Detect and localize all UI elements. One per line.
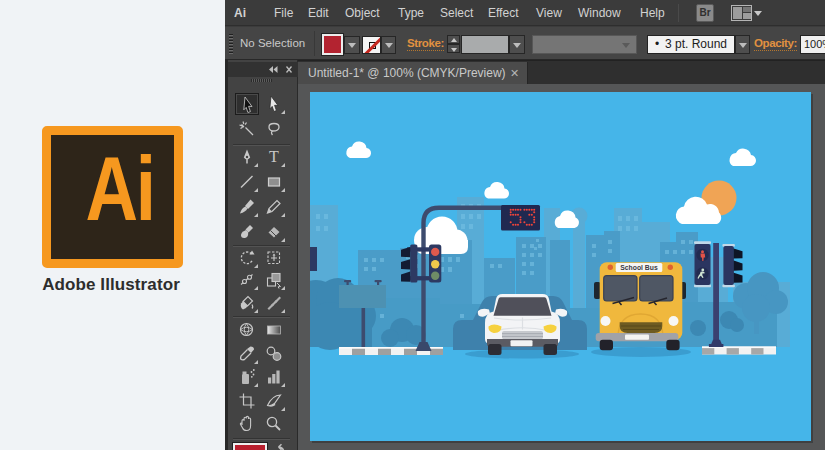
svg-text:T: T xyxy=(269,148,279,165)
svg-text:School Bus: School Bus xyxy=(620,264,658,271)
